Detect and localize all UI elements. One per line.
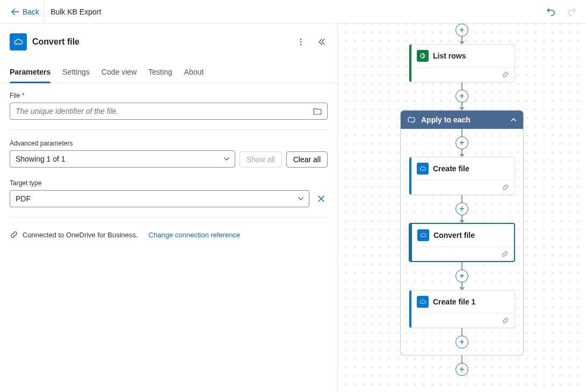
kebab-icon bbox=[296, 38, 305, 46]
redo-button[interactable] bbox=[565, 4, 580, 19]
file-label: File * bbox=[10, 92, 328, 99]
add-step-button[interactable]: + bbox=[455, 24, 468, 37]
onedrive-card-icon bbox=[417, 163, 429, 175]
add-step-button[interactable]: + bbox=[455, 336, 468, 349]
connection-icon bbox=[501, 250, 509, 258]
onedrive-card-icon bbox=[417, 229, 429, 241]
undo-icon bbox=[545, 6, 556, 17]
connection-text: Connected to OneDrive for Business. bbox=[23, 231, 138, 239]
redo-icon bbox=[567, 6, 577, 17]
back-label: Back bbox=[23, 8, 39, 16]
arrow-left-icon bbox=[11, 8, 19, 16]
change-connection-link[interactable]: Change connection reference bbox=[149, 231, 241, 239]
folder-icon bbox=[313, 106, 322, 116]
more-menu-button[interactable] bbox=[294, 35, 307, 48]
properties-pane: Convert file Parameters Settings Code vi… bbox=[0, 24, 337, 392]
clear-target-button[interactable] bbox=[315, 192, 328, 205]
pane-tabs: Parameters Settings Code view Testing Ab… bbox=[0, 62, 337, 83]
folder-picker-button[interactable] bbox=[313, 106, 322, 116]
collapse-pane-button[interactable] bbox=[315, 35, 328, 48]
flow-canvas[interactable]: + List rows + bbox=[337, 24, 586, 392]
foreach-header[interactable]: Apply to each bbox=[401, 111, 523, 129]
add-step-button[interactable]: + bbox=[455, 202, 468, 215]
clear-all-button[interactable]: Clear all bbox=[286, 151, 328, 168]
step-title: Convert file bbox=[32, 37, 289, 47]
advanced-params-select[interactable]: Showing 1 of 1 bbox=[10, 150, 235, 168]
tab-parameters[interactable]: Parameters bbox=[10, 62, 50, 83]
tab-codeview[interactable]: Code view bbox=[102, 62, 136, 83]
action-card-convert-file[interactable]: Convert file bbox=[409, 223, 515, 262]
target-type-select[interactable]: PDF bbox=[10, 190, 309, 207]
add-step-button[interactable]: + bbox=[455, 270, 468, 282]
cloud-icon bbox=[13, 37, 24, 47]
card-title: Create file 1 bbox=[433, 297, 475, 306]
action-card-create-file-1[interactable]: Create file 1 bbox=[409, 290, 515, 328]
svg-rect-3 bbox=[408, 118, 415, 122]
add-step-button[interactable]: + bbox=[455, 90, 468, 103]
step-icon-onedrive bbox=[10, 33, 27, 50]
connection-icon bbox=[502, 71, 509, 78]
tab-testing[interactable]: Testing bbox=[148, 62, 172, 83]
page-title: Bulk KB Export bbox=[50, 8, 101, 16]
back-button[interactable]: Back bbox=[6, 0, 44, 23]
connection-icon bbox=[502, 317, 509, 324]
action-card-list-rows[interactable]: List rows bbox=[409, 44, 515, 82]
card-title: List rows bbox=[433, 52, 466, 60]
tab-settings[interactable]: Settings bbox=[62, 62, 90, 83]
add-step-button[interactable]: + bbox=[455, 136, 468, 149]
connection-icon bbox=[502, 184, 509, 191]
topbar: Back Bulk KB Export bbox=[0, 0, 586, 24]
svg-point-0 bbox=[300, 39, 302, 40]
advanced-label: Advanced parameters bbox=[10, 140, 328, 147]
chevron-up-icon bbox=[510, 117, 517, 123]
add-step-button[interactable]: + bbox=[455, 363, 468, 376]
foreach-container: Apply to each + bbox=[400, 110, 524, 355]
action-card-create-file[interactable]: Create file bbox=[409, 157, 515, 195]
undo-button[interactable] bbox=[543, 4, 558, 19]
onedrive-card-icon bbox=[417, 296, 429, 308]
collapse-left-icon bbox=[317, 38, 325, 46]
link-icon bbox=[10, 230, 18, 239]
svg-point-1 bbox=[300, 41, 302, 43]
svg-point-2 bbox=[300, 44, 302, 46]
file-input[interactable] bbox=[10, 103, 328, 120]
target-type-label: Target type bbox=[10, 179, 328, 187]
close-icon bbox=[317, 194, 325, 203]
card-title: Convert file bbox=[433, 231, 475, 239]
card-title: Create file bbox=[433, 164, 469, 173]
loop-icon bbox=[407, 115, 416, 124]
show-all-button[interactable]: Show all bbox=[240, 151, 282, 168]
dataverse-icon bbox=[417, 50, 429, 62]
foreach-title: Apply to each bbox=[421, 115, 471, 124]
tab-about[interactable]: About bbox=[184, 62, 204, 83]
